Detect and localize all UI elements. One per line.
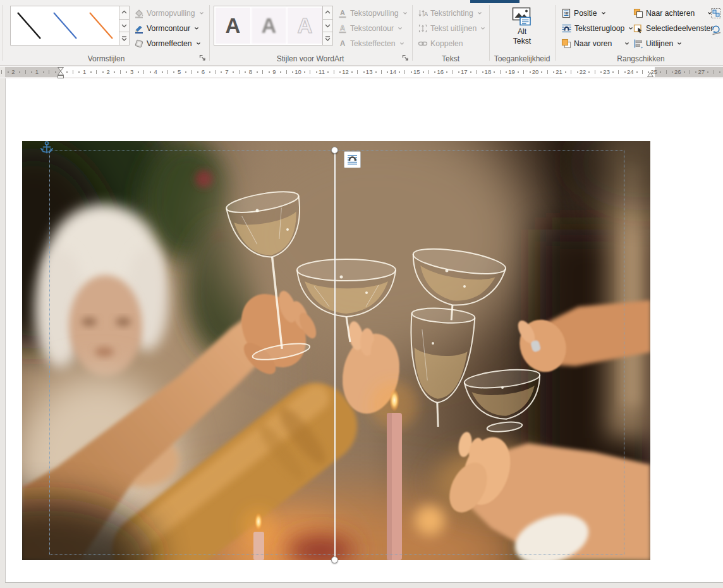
ruler-number: 4 bbox=[154, 68, 157, 77]
ruler-tick bbox=[257, 71, 258, 73]
ruler-tick bbox=[690, 70, 690, 74]
line-style-blue-icon bbox=[47, 6, 83, 45]
shape-style-line-orange[interactable] bbox=[83, 6, 119, 45]
shape-style-gallery-scroll bbox=[119, 6, 130, 46]
ruler-tick bbox=[482, 71, 483, 73]
ruler-number: 3 bbox=[130, 68, 133, 77]
right-indent-marker[interactable] bbox=[647, 72, 653, 77]
ruler-tick bbox=[78, 71, 80, 73]
ruler-tick bbox=[707, 71, 708, 73]
gallery-scroll-down-button[interactable] bbox=[322, 20, 333, 33]
shape-style-line-blue[interactable] bbox=[47, 6, 83, 45]
shape-effects-button[interactable]: Vormeffecten bbox=[134, 37, 201, 51]
layout-options-icon bbox=[346, 154, 358, 166]
ruler-tick bbox=[143, 70, 144, 74]
send-backward-button[interactable]: Naar achteren bbox=[633, 6, 712, 20]
ruler-number: 18 bbox=[485, 68, 492, 77]
text-fill-button[interactable]: A Tekstopvulling bbox=[337, 6, 408, 20]
ruler-tick bbox=[73, 70, 73, 74]
ruler-number: 2 bbox=[106, 68, 109, 77]
shape-fill-button[interactable]: Vormopvulling bbox=[134, 6, 204, 20]
gallery-more-button[interactable] bbox=[322, 32, 333, 46]
ruler-tick bbox=[381, 70, 382, 74]
ruler-tick bbox=[588, 71, 590, 73]
group-divider bbox=[3, 5, 3, 61]
alt-text-button[interactable]: Alt Tekst bbox=[502, 4, 542, 52]
ruler-tick bbox=[565, 71, 566, 73]
wordart-style-3[interactable]: A bbox=[288, 8, 322, 44]
shape-outline-button[interactable]: Vormcontour bbox=[134, 21, 199, 35]
shape-style-line-black[interactable] bbox=[11, 6, 47, 45]
group-objects-button[interactable] bbox=[710, 6, 723, 20]
ruler-tick bbox=[446, 71, 447, 73]
ruler-number: 27 bbox=[698, 68, 705, 77]
ruler-tick bbox=[506, 71, 507, 73]
bring-forward-icon bbox=[561, 39, 571, 49]
text-fill-label: Tekstopvulling bbox=[350, 9, 399, 18]
ruler-band[interactable]: 1212345678910111213141516171819202122232… bbox=[0, 67, 723, 77]
left-indent-marker[interactable] bbox=[58, 75, 64, 78]
ruler-number: 21 bbox=[556, 68, 562, 77]
wordart-style-1[interactable]: A bbox=[216, 8, 250, 44]
ruler-tick bbox=[138, 71, 139, 73]
selected-line-shape[interactable] bbox=[334, 151, 336, 560]
gallery-scroll-up-button[interactable] bbox=[322, 6, 333, 20]
ruler-tick bbox=[453, 70, 453, 74]
align-objects-label: Uitlijnen bbox=[646, 39, 673, 48]
ruler-tick bbox=[387, 71, 388, 73]
line-endpoint-handle-top[interactable] bbox=[331, 147, 338, 154]
text-effects-button[interactable]: A Teksteffecten bbox=[337, 37, 404, 51]
text-effects-icon: A bbox=[337, 39, 348, 49]
ruler-tick bbox=[339, 71, 341, 73]
ruler-tick bbox=[102, 71, 104, 73]
chevron-down-icon bbox=[480, 27, 485, 30]
ruler-tick bbox=[404, 70, 405, 74]
text-effects-label: Teksteffecten bbox=[350, 39, 396, 48]
text-direction-button[interactable]: A Tekstrichting bbox=[418, 6, 482, 20]
wordart-style-2[interactable]: A bbox=[252, 8, 286, 44]
shape-styles-dialog-launcher[interactable] bbox=[198, 53, 207, 62]
ruler-tick bbox=[334, 70, 334, 74]
ruler-number: 14 bbox=[389, 68, 396, 77]
ruler-number: 8 bbox=[249, 68, 252, 77]
selection-pane-button[interactable]: Selectiedeelvenster bbox=[633, 21, 713, 35]
bring-forward-button[interactable]: Naar voren bbox=[561, 37, 629, 51]
align-objects-button[interactable]: Uitlijnen bbox=[633, 37, 682, 51]
text-align-button[interactable]: Tekst uitlijnen bbox=[418, 21, 485, 35]
ruler-tick bbox=[719, 71, 720, 73]
ruler-tick bbox=[150, 71, 151, 73]
ruler-number: 9 bbox=[272, 68, 276, 77]
gallery-more-button[interactable] bbox=[119, 32, 130, 46]
group-label-wordart: Stijlen voor WordArt bbox=[266, 54, 355, 63]
ruler-tick bbox=[624, 71, 626, 73]
ruler-tick bbox=[43, 71, 44, 73]
shape-effects-icon bbox=[134, 39, 144, 49]
chevron-down-icon bbox=[194, 27, 199, 30]
ruler-tick bbox=[31, 71, 32, 73]
shape-outline-label: Vormcontour bbox=[147, 24, 190, 33]
chevron-down-icon bbox=[403, 11, 408, 15]
gallery-more-icon bbox=[121, 35, 128, 42]
ruler-tick bbox=[55, 71, 56, 73]
ruler-tick bbox=[595, 70, 595, 74]
ruler-tick bbox=[494, 71, 495, 73]
rotate-objects-button[interactable] bbox=[710, 23, 723, 37]
ruler-tick bbox=[434, 71, 435, 73]
ruler-tick bbox=[553, 71, 554, 73]
ruler-tick bbox=[428, 70, 429, 74]
gallery-scroll-down-button[interactable] bbox=[119, 20, 130, 33]
gallery-scroll-up-button[interactable] bbox=[119, 6, 130, 20]
layout-options-button[interactable] bbox=[344, 151, 361, 168]
ruler-tick bbox=[49, 70, 49, 74]
create-link-label: Koppelen bbox=[430, 39, 463, 48]
wrap-text-button[interactable]: Tekstterugloop bbox=[561, 21, 633, 35]
position-button[interactable]: Positie bbox=[561, 6, 606, 20]
paint-bucket-icon bbox=[134, 8, 144, 18]
ruler-number: 5 bbox=[178, 68, 181, 77]
text-outline-button[interactable]: A Tekstcontour bbox=[337, 21, 403, 35]
ruler-tick bbox=[185, 71, 186, 73]
text-outline-label: Tekstcontour bbox=[350, 24, 394, 33]
create-link-button[interactable]: Koppelen bbox=[418, 37, 463, 51]
position-icon bbox=[561, 8, 571, 18]
line-endpoint-handle-bottom[interactable] bbox=[331, 556, 338, 563]
